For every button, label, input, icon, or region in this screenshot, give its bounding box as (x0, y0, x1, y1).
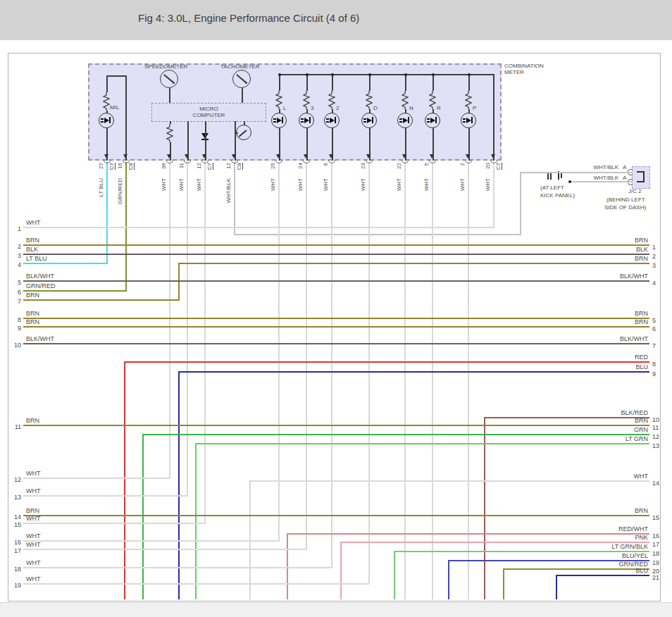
wire-color-label: BRN (26, 292, 39, 299)
wire-segment (23, 244, 649, 246)
gauge-needle-icon (173, 82, 175, 84)
micro-computer-line2: COMPUTER (152, 112, 266, 118)
indicator-lamp-icon (99, 113, 114, 128)
connector-id: C7 (495, 163, 502, 170)
circuit-number: 14 (11, 513, 21, 521)
indicator-label: P (473, 105, 476, 111)
circuit-number: 16 (11, 539, 21, 546)
pin-number: 6 (323, 163, 329, 166)
wire-segment (178, 263, 649, 264)
circuit-number: 1 (652, 244, 662, 251)
wire-color-label: BLK/RED (578, 409, 648, 416)
wire-segment (178, 371, 180, 599)
wire-segment (106, 162, 108, 264)
wire-segment (125, 75, 127, 161)
kick-panel-label-line2: KICK PANEL) (540, 192, 575, 199)
pin-arrow-icon (329, 154, 333, 158)
pin-number: 16 (117, 163, 123, 169)
wire-segment (556, 575, 557, 599)
wire-segment (142, 434, 649, 435)
wire-segment (23, 567, 332, 568)
wire-segment (493, 162, 494, 228)
wire-segment (244, 121, 245, 125)
wire-color-label: WHT (26, 559, 41, 566)
wire-color-label: WHT (26, 219, 41, 226)
circuit-number: 17 (11, 547, 21, 554)
wire-segment (331, 162, 332, 568)
horizontal-scrollbar[interactable] (0, 602, 672, 617)
wire-color-label: BLK/WHT (578, 273, 648, 280)
circuit-number: 4 (11, 261, 21, 268)
pin-arrow-icon (304, 154, 308, 158)
wire-segment (23, 254, 649, 255)
pin-arrow-icon (232, 154, 236, 158)
wire-segment (520, 172, 632, 173)
circuit-number: 21 (652, 574, 662, 581)
circuit-number: 9 (11, 325, 21, 332)
junction-dot (468, 73, 471, 76)
wire-segment (503, 568, 504, 599)
pin-number: 20 (485, 163, 491, 169)
wire-segment (195, 443, 197, 599)
wire-segment (23, 280, 649, 282)
indicator-label: R (437, 105, 441, 111)
junction-connector-symbol (637, 171, 645, 182)
pin-number: 12 (196, 163, 202, 169)
wire-segment (235, 132, 238, 134)
pin-number: 22 (396, 163, 402, 169)
circuit-number: 4 (652, 280, 662, 287)
micro-computer-line1: MICRO (152, 106, 266, 112)
wire-segment (169, 88, 170, 103)
wire-color-label: RED/WHT (578, 525, 648, 532)
circuit-number: 10 (11, 342, 21, 349)
pin-wire-color-label: WHT (297, 178, 304, 191)
pin-number: 12 (225, 163, 232, 169)
wire-color-label: BRN (578, 310, 648, 317)
wire-segment (124, 361, 125, 599)
wire-segment (520, 173, 521, 235)
circuit-number: 14 (652, 480, 662, 487)
circuit-number: 1 (11, 225, 21, 232)
wire-segment (23, 515, 649, 516)
wire-segment (556, 575, 649, 576)
jc-pin-label-bottom: A (623, 175, 626, 181)
circuit-number: 10 (652, 416, 662, 423)
wire-segment (394, 551, 395, 599)
wire-segment (571, 181, 632, 182)
wire-segment (23, 299, 180, 301)
indicator-lamp-icon (397, 113, 413, 128)
pin-wire-color-label: WHT (270, 178, 276, 191)
junction-dot (368, 73, 371, 76)
junction-dot (278, 73, 281, 76)
wire-segment (195, 443, 649, 444)
wire-color-label: BRN (26, 310, 39, 317)
combination-meter-label-line2: METER (504, 69, 544, 75)
wire-color-label: BRN (578, 417, 648, 424)
pin-wire-color-label: WHT (396, 178, 402, 191)
circuit-number: 12 (652, 433, 662, 440)
wire-color-label: BRN (578, 507, 648, 514)
indicator-lamp-icon (299, 113, 314, 128)
wire-segment (368, 162, 370, 585)
wire-segment (278, 162, 280, 542)
wire-color-label: BLK/WHT (26, 273, 54, 280)
wire-color-label: BRN (578, 237, 648, 244)
wire-segment (234, 234, 521, 235)
junction-dot (432, 73, 435, 76)
wire-segment (23, 583, 370, 585)
circuit-number: 3 (652, 262, 662, 269)
wire-segment (279, 74, 494, 75)
pin-number: 24 (297, 163, 304, 169)
pin-arrow-icon (366, 154, 371, 158)
wire-segment (23, 523, 206, 524)
jc-location-line1: (BEHIND LEFT (606, 197, 645, 203)
circuit-number: 6 (652, 325, 662, 332)
circuit-number: 17 (652, 541, 662, 548)
pin-arrow-icon (167, 154, 171, 158)
wire-color-label: LT GRN/BLK (578, 543, 648, 550)
circuit-number: 16 (652, 532, 662, 540)
micro-computer-box: MICRO COMPUTER (151, 103, 266, 122)
pin-arrow-icon (185, 154, 189, 158)
circuit-number: 7 (652, 342, 662, 349)
pin-wire-color-label: WHT (178, 178, 185, 191)
